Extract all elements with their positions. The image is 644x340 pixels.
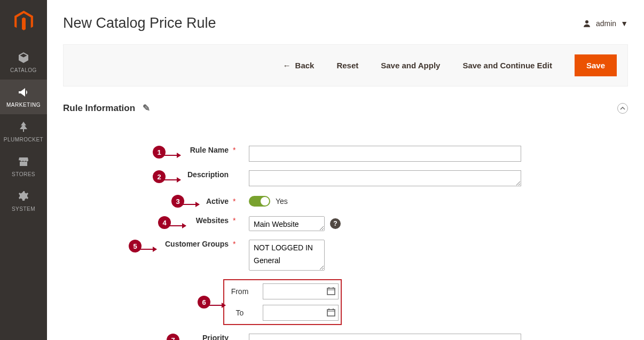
priority-input[interactable]: [249, 334, 521, 340]
main-content: New Catalog Price Rule admin ▼ ← Back Re…: [47, 0, 644, 340]
annotation-7: 7: [167, 334, 179, 340]
priority-row: 7 Priority: [74, 334, 628, 340]
user-icon: [582, 19, 592, 28]
rule-name-row: 1 Rule Name*: [74, 146, 628, 162]
reset-button[interactable]: Reset: [336, 61, 358, 70]
to-label: To: [226, 309, 253, 317]
sidebar-item-label: SYSTEM: [12, 206, 35, 212]
customer-groups-label: Customer Groups: [165, 240, 233, 248]
active-row: 3 Active* Yes: [74, 195, 628, 208]
sidebar-item-label: STORES: [12, 171, 35, 177]
section-title-text: Rule Information: [63, 103, 135, 114]
magento-logo[interactable]: [14, 0, 33, 45]
websites-select[interactable]: Main Website: [249, 216, 325, 231]
action-bar: ← Back Reset Save and Apply Save and Con…: [63, 44, 628, 86]
sidebar-item-system[interactable]: SYSTEM: [0, 184, 47, 218]
save-button[interactable]: Save: [575, 54, 617, 76]
annotation-1: 1: [153, 146, 166, 159]
arrow-left-icon: ←: [283, 61, 291, 70]
description-textarea[interactable]: [249, 170, 521, 186]
calendar-icon[interactable]: [327, 287, 335, 295]
description-label: Description: [187, 170, 233, 179]
annotation-arrow: [140, 249, 156, 250]
page-header: New Catalog Price Rule admin ▼: [63, 0, 628, 44]
priority-label: Priority: [202, 334, 233, 340]
save-continue-button[interactable]: Save and Continue Edit: [462, 61, 552, 70]
group-option[interactable]: General: [250, 254, 323, 267]
date-range-group: From To: [223, 279, 342, 325]
svg-rect-0: [327, 288, 335, 295]
sidebar-item-stores[interactable]: STORES: [0, 149, 47, 184]
calendar-icon[interactable]: [327, 308, 335, 317]
sidebar: CATALOG MARKETING PLUMROCKET STORES SYST…: [0, 0, 47, 340]
required-asterisk: *: [233, 146, 239, 154]
sidebar-item-plumrocket[interactable]: PLUMROCKET: [0, 114, 47, 149]
page-title: New Catalog Price Rule: [63, 15, 216, 31]
help-icon[interactable]: ?: [330, 218, 341, 229]
account-label: admin: [596, 19, 616, 28]
annotation-3: 3: [171, 195, 184, 208]
save-apply-button[interactable]: Save and Apply: [381, 61, 440, 70]
dates-row: 6 From To: [74, 279, 628, 325]
annotation-2: 2: [153, 170, 166, 183]
required-asterisk: *: [233, 197, 239, 205]
annotation-6: 6: [198, 296, 210, 309]
rule-name-label: Rule Name: [190, 146, 233, 154]
pencil-icon[interactable]: ✎: [143, 102, 150, 114]
box-icon: [17, 51, 30, 64]
storefront-icon: [17, 155, 30, 168]
gear-icon: [17, 190, 30, 203]
tree-icon: [17, 121, 30, 133]
group-option[interactable]: NOT LOGGED IN: [250, 241, 323, 254]
chevron-up-icon: [620, 107, 625, 110]
chevron-down-icon: ▼: [621, 19, 628, 28]
annotation-arrow: [183, 204, 199, 205]
form: 1 Rule Name* 2 Description 3: [63, 146, 628, 340]
active-toggle[interactable]: [249, 196, 270, 207]
required-asterisk: *: [233, 216, 239, 225]
websites-label: Websites: [196, 216, 233, 225]
section-header: Rule Information ✎: [63, 102, 628, 119]
annotation-arrow: [209, 305, 225, 306]
date-from-row: From: [226, 283, 339, 299]
account-menu[interactable]: admin ▼: [582, 19, 628, 28]
websites-row: 4 Websites* Main Website ?: [74, 216, 628, 231]
active-value-label: Yes: [276, 197, 288, 205]
back-button[interactable]: ← Back: [283, 61, 315, 70]
rule-information-section: Rule Information ✎ 1 Rule Name* 2: [63, 102, 628, 340]
sidebar-item-catalog[interactable]: CATALOG: [0, 45, 47, 80]
sidebar-item-label: CATALOG: [10, 67, 37, 73]
annotation-arrow: [170, 225, 186, 226]
sidebar-item-label: MARKETING: [6, 102, 41, 108]
website-option[interactable]: Main Website: [250, 218, 323, 231]
svg-rect-4: [327, 310, 335, 316]
magento-logo-icon: [14, 11, 33, 32]
section-title: Rule Information ✎: [63, 102, 150, 114]
date-to-row: To: [226, 305, 339, 321]
sidebar-item-marketing[interactable]: MARKETING: [0, 80, 47, 114]
customer-groups-select[interactable]: NOT LOGGED IN General: [249, 240, 325, 271]
annotation-5: 5: [129, 240, 142, 252]
sidebar-item-label: PLUMROCKET: [4, 137, 43, 143]
annotation-arrow: [164, 155, 180, 156]
required-asterisk: *: [233, 240, 239, 248]
annotation-4: 4: [158, 216, 171, 229]
collapse-button[interactable]: [617, 103, 628, 114]
back-label: Back: [295, 61, 315, 70]
rule-name-input[interactable]: [249, 146, 521, 162]
annotation-arrow: [164, 179, 180, 180]
active-label: Active: [206, 197, 233, 205]
from-label: From: [226, 287, 253, 296]
customer-groups-row: 5 Customer Groups* NOT LOGGED IN General: [74, 240, 628, 271]
description-row: 2 Description: [74, 170, 628, 186]
megaphone-icon: [17, 86, 30, 99]
